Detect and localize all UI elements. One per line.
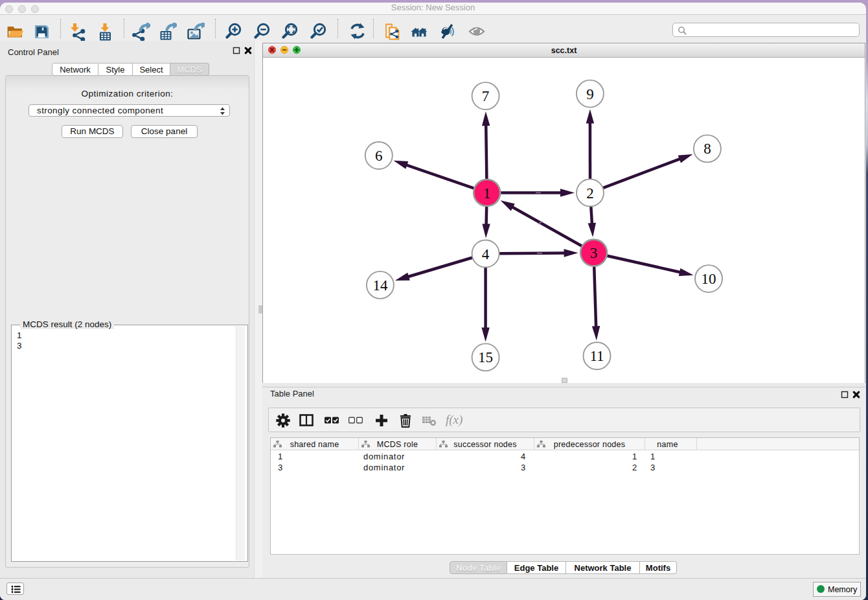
svg-text:2: 2 [586, 185, 594, 202]
svg-text:1: 1 [483, 185, 491, 202]
svg-text:8: 8 [703, 141, 711, 157]
svg-text:3: 3 [590, 245, 598, 261]
svg-text:7: 7 [482, 88, 490, 104]
svg-text:14: 14 [372, 277, 388, 294]
svg-text:9: 9 [586, 86, 594, 102]
svg-text:6: 6 [375, 148, 383, 164]
svg-text:15: 15 [478, 349, 493, 365]
svg-text:10: 10 [702, 271, 716, 287]
svg-text:4: 4 [482, 246, 490, 262]
svg-text:11: 11 [589, 348, 604, 364]
